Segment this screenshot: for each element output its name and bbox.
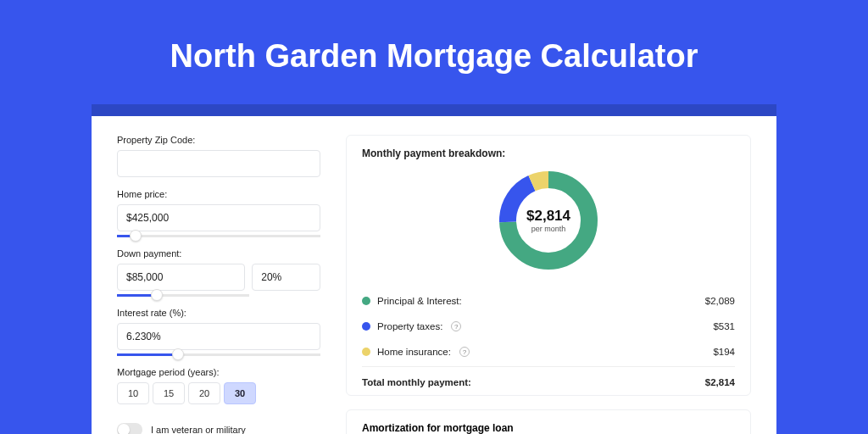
veteran-toggle[interactable] xyxy=(117,423,142,434)
amortization-title: Amortization for mortgage loan xyxy=(362,422,735,434)
period-label: Mortgage period (years): xyxy=(117,367,320,377)
period-option-20[interactable]: 20 xyxy=(188,382,220,404)
header-accent-bar xyxy=(92,104,776,116)
breakdown-card: Monthly payment breakdown: $2,814 per mo… xyxy=(346,135,751,396)
donut-total: $2,814 xyxy=(526,208,570,225)
page-title: North Garden Mortgage Calculator xyxy=(0,38,868,75)
breakdown-total-row: Total monthly payment: $2,814 xyxy=(362,366,735,395)
legend-dot-taxes xyxy=(362,322,370,331)
donut-chart: $2,814 per month xyxy=(496,168,601,273)
interest-rate-label: Interest rate (%): xyxy=(117,308,320,318)
zip-input[interactable] xyxy=(117,150,320,177)
help-icon[interactable]: ? xyxy=(451,321,461,331)
breakdown-item-principal: Principal & Interest: $2,089 xyxy=(362,288,735,314)
down-payment-slider[interactable] xyxy=(117,294,249,296)
zip-label: Property Zip Code: xyxy=(117,135,320,145)
breakdown-label-principal: Principal & Interest: xyxy=(377,296,462,306)
interest-rate-slider[interactable] xyxy=(117,353,320,355)
period-options: 10 15 20 30 xyxy=(117,382,320,404)
amortization-card: Amortization for mortgage loan Amortizat… xyxy=(346,409,751,434)
down-payment-percent-input[interactable] xyxy=(252,264,320,291)
help-icon[interactable]: ? xyxy=(459,347,470,357)
inputs-panel: Property Zip Code: Home price: Down paym… xyxy=(117,135,320,434)
breakdown-label-taxes: Property taxes: xyxy=(377,321,442,331)
home-price-input[interactable] xyxy=(117,204,320,231)
donut-chart-wrap: $2,814 per month xyxy=(362,168,735,273)
home-price-slider[interactable] xyxy=(117,235,320,236)
period-option-10[interactable]: 10 xyxy=(117,382,149,404)
home-price-field-group: Home price: xyxy=(117,189,320,236)
home-price-label: Home price: xyxy=(117,189,320,199)
period-field-group: Mortgage period (years): 10 15 20 30 xyxy=(117,367,320,404)
breakdown-title: Monthly payment breakdown: xyxy=(362,147,735,159)
legend-dot-insurance xyxy=(362,348,370,356)
results-panel: Monthly payment breakdown: $2,814 per mo… xyxy=(346,135,751,434)
donut-per-month: per month xyxy=(526,225,570,233)
breakdown-item-insurance: Home insurance: ? $194 xyxy=(362,339,735,364)
period-option-15[interactable]: 15 xyxy=(153,382,185,404)
period-option-30[interactable]: 30 xyxy=(224,382,256,404)
breakdown-item-taxes: Property taxes: ? $531 xyxy=(362,314,735,339)
breakdown-value-taxes: $531 xyxy=(713,321,735,331)
breakdown-total-label: Total monthly payment: xyxy=(362,377,471,387)
interest-rate-field-group: Interest rate (%): xyxy=(117,308,320,355)
veteran-toggle-row: I am veteran or military xyxy=(117,423,320,434)
breakdown-label-insurance: Home insurance: xyxy=(377,347,451,357)
breakdown-value-insurance: $194 xyxy=(713,347,735,357)
down-payment-amount-input[interactable] xyxy=(117,264,245,291)
veteran-label: I am veteran or military xyxy=(151,425,246,434)
down-payment-field-group: Down payment: xyxy=(117,248,320,296)
calculator-card: Property Zip Code: Home price: Down paym… xyxy=(92,116,776,434)
zip-field-group: Property Zip Code: xyxy=(117,135,320,177)
donut-center: $2,814 per month xyxy=(526,208,570,233)
page-header: North Garden Mortgage Calculator xyxy=(0,0,868,104)
interest-rate-input[interactable] xyxy=(117,323,320,350)
legend-dot-principal xyxy=(362,297,370,305)
down-payment-label: Down payment: xyxy=(117,248,320,259)
breakdown-value-principal: $2,089 xyxy=(705,296,735,306)
breakdown-total-value: $2,814 xyxy=(705,377,735,387)
